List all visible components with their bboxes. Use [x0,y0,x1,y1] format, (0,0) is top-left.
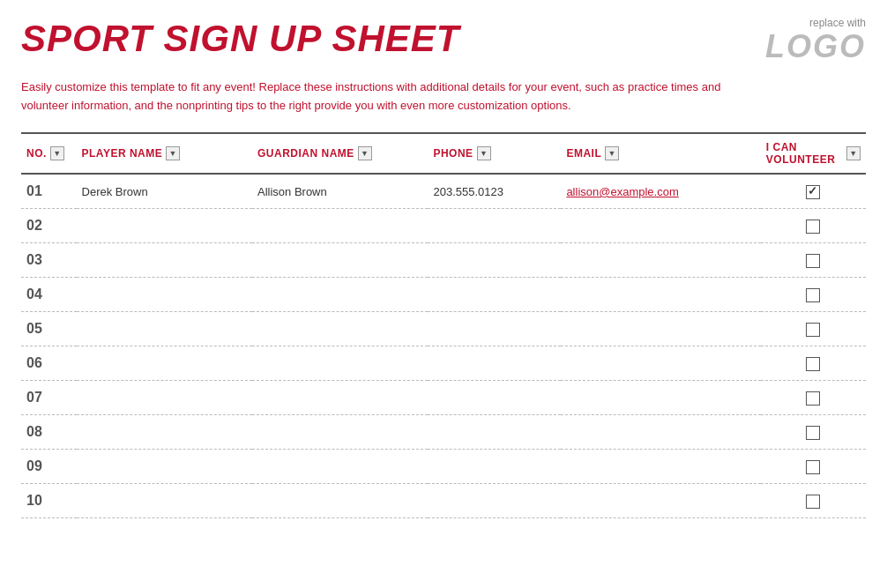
cell-guardian [252,381,428,415]
cell-player [77,312,252,346]
volunteer-checkbox[interactable] [806,357,820,371]
table-row: 07 [21,381,866,415]
signup-table: NO. ▼ PLAYER NAME ▼ GUARDIAN NAME ▼ PHON… [21,132,866,518]
page-title: SPORT SIGN UP SHEET [21,18,459,60]
cell-volunteer [761,346,866,381]
cell-player [77,484,252,518]
cell-player [77,209,252,243]
cell-phone [428,243,561,278]
cell-guardian [252,209,428,243]
cell-email [561,209,760,243]
cell-volunteer [761,415,866,450]
volunteer-checkbox[interactable] [806,185,820,199]
cell-email [561,450,760,484]
cell-no: 05 [21,312,77,346]
cell-player [77,278,252,312]
cell-no: 09 [21,450,77,484]
col-guardian-dropdown[interactable]: ▼ [358,146,372,160]
cell-phone [428,312,561,346]
cell-guardian [252,346,428,381]
col-header-phone: PHONE ▼ [428,133,561,174]
cell-phone [428,484,561,518]
cell-guardian [252,484,428,518]
table-row: 04 [21,278,866,312]
cell-no: 07 [21,381,77,415]
col-no-dropdown[interactable]: ▼ [50,146,64,160]
logo-text: LOGO [765,28,866,64]
volunteer-checkbox[interactable] [806,220,820,234]
cell-guardian [252,450,428,484]
cell-volunteer [761,209,866,243]
cell-no: 08 [21,415,77,450]
table-row: 09 [21,450,866,484]
cell-guardian [252,278,428,312]
cell-phone [428,415,561,450]
table-row: 05 [21,312,866,346]
cell-email [561,243,760,278]
table-row: 06 [21,346,866,381]
col-header-no: NO. ▼ [21,133,77,174]
cell-no: 03 [21,243,77,278]
cell-guardian: Allison Brown [252,174,428,209]
table-row: 08 [21,415,866,450]
cell-email [561,484,760,518]
cell-player [77,450,252,484]
cell-volunteer [761,450,866,484]
cell-player [77,381,252,415]
cell-guardian [252,243,428,278]
col-header-volunteer: I CAN VOLUNTEER ▼ [761,133,866,174]
cell-no: 10 [21,484,77,518]
col-header-player: PLAYER NAME ▼ [77,133,252,174]
volunteer-checkbox[interactable] [806,460,820,474]
cell-no: 01 [21,174,77,209]
col-email-dropdown[interactable]: ▼ [605,146,619,160]
email-link[interactable]: allison@example.com [566,185,678,198]
cell-no: 04 [21,278,77,312]
cell-volunteer [761,278,866,312]
cell-volunteer [761,243,866,278]
logo-placeholder: replace with LOGO [765,18,866,64]
cell-volunteer [761,381,866,415]
volunteer-checkbox[interactable] [806,288,820,302]
table-row: 03 [21,243,866,278]
cell-volunteer [761,174,866,209]
volunteer-checkbox[interactable] [806,323,820,337]
col-player-dropdown[interactable]: ▼ [166,146,180,160]
cell-player [77,346,252,381]
cell-email [561,346,760,381]
cell-email [561,381,760,415]
cell-player [77,415,252,450]
cell-email [561,415,760,450]
cell-phone [428,278,561,312]
cell-player [77,243,252,278]
table-row: 10 [21,484,866,518]
cell-player: Derek Brown [77,174,252,209]
cell-no: 06 [21,346,77,381]
cell-phone [428,209,561,243]
table-row: 01Derek BrownAllison Brown203.555.0123al… [21,174,866,209]
cell-phone [428,381,561,415]
cell-guardian [252,415,428,450]
col-volunteer-dropdown[interactable]: ▼ [846,146,861,160]
volunteer-checkbox[interactable] [806,426,820,440]
col-header-guardian: GUARDIAN NAME ▼ [252,133,428,174]
cell-email [561,312,760,346]
cell-email: allison@example.com [561,174,760,209]
volunteer-checkbox[interactable] [806,391,820,406]
cell-phone [428,450,561,484]
col-phone-dropdown[interactable]: ▼ [477,146,491,160]
col-header-email: EMAIL ▼ [561,133,760,174]
description-text: Easily customize this template to fit an… [21,78,744,115]
cell-guardian [252,312,428,346]
cell-email [561,278,760,312]
volunteer-checkbox[interactable] [806,495,820,509]
cell-phone: 203.555.0123 [428,174,561,209]
cell-phone [428,346,561,381]
table-row: 02 [21,209,866,243]
page-header: SPORT SIGN UP SHEET replace with LOGO [21,18,866,64]
cell-no: 02 [21,209,77,243]
volunteer-checkbox[interactable] [806,254,820,268]
table-header-row: NO. ▼ PLAYER NAME ▼ GUARDIAN NAME ▼ PHON… [21,133,866,174]
cell-volunteer [761,484,866,518]
cell-volunteer [761,312,866,346]
